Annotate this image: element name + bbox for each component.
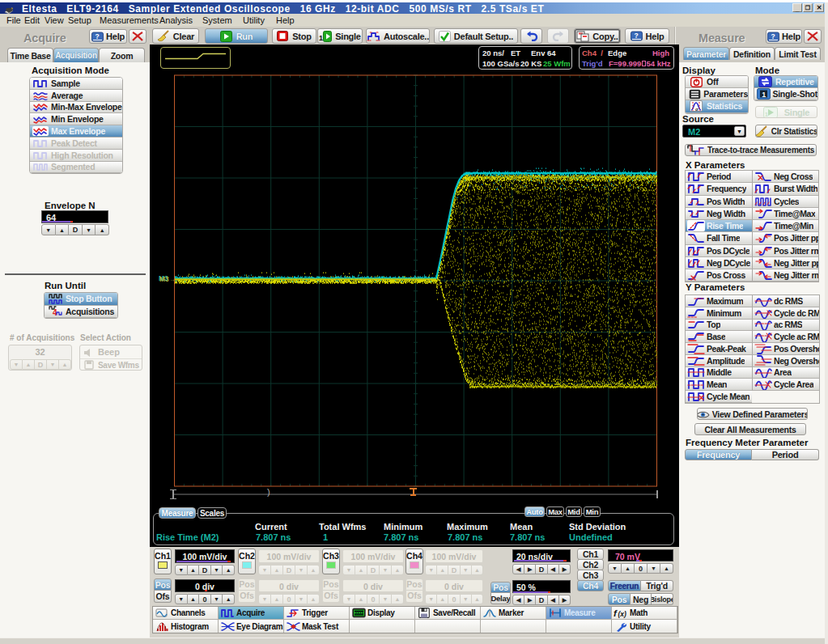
svg-text:?: ?: [634, 32, 638, 40]
svg-text:1: 1: [319, 34, 323, 42]
svg-text:f: f: [614, 608, 618, 618]
svg-text:?: ?: [96, 32, 100, 40]
svg-text:1: 1: [762, 91, 766, 99]
svg-text:1: 1: [765, 112, 768, 117]
svg-text:?: ?: [771, 32, 775, 40]
svg-text:(x): (x): [618, 610, 627, 618]
svg-text:σ: σ: [695, 107, 698, 112]
